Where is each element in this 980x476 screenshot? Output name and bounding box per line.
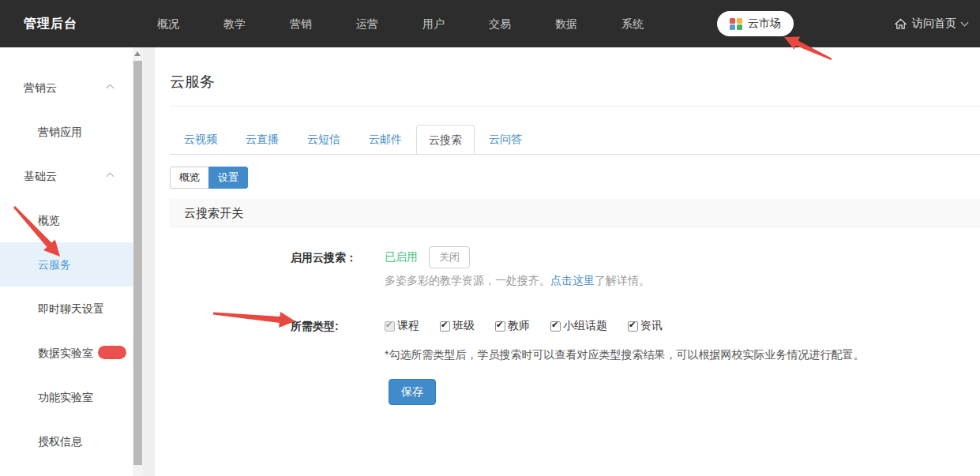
sidebar-item-label: 功能实验室 <box>38 391 93 403</box>
settings-toggle-button[interactable]: 设置 <box>208 167 248 189</box>
sidebar-item-overview[interactable]: 概览 <box>0 198 133 242</box>
checkbox-box: ✔ <box>550 321 561 332</box>
sidebar-item-marketing-apps[interactable]: 营销应用 <box>0 110 133 154</box>
sidebar: 营销云 营销应用 基础云 概览 云服务 即时聊天设置 数据实验室 功能实验室 授… <box>0 47 133 476</box>
nav-item-teaching[interactable]: 教学 <box>201 0 268 47</box>
top-navigation: 概况 教学 营销 运营 用户 交易 数据 系统 <box>135 0 666 47</box>
cloud-market-button[interactable]: 云市场 <box>717 11 794 36</box>
nav-item-operations[interactable]: 运营 <box>334 0 400 47</box>
tab-cloud-sms[interactable]: 云短信 <box>293 125 355 154</box>
tab-cloud-search[interactable]: 云搜索 <box>416 125 475 154</box>
sidebar-group-label: 营销云 <box>24 66 57 110</box>
sidebar-item-label: 即时聊天设置 <box>38 302 104 315</box>
page-title: 云服务 <box>170 47 980 92</box>
checkbox-label: 教师 <box>508 319 530 333</box>
checkbox-label: 资讯 <box>640 319 663 333</box>
sidebar-item-label: 概览 <box>38 214 60 227</box>
enable-search-row: 启用云搜索： 已启用 关闭 多姿多彩的教学资源，一处搜齐。点击这里了解详情。 <box>170 246 980 288</box>
visit-homepage-link[interactable]: 访问首页 <box>895 0 967 47</box>
checkmark-icon: ✔ <box>441 320 448 330</box>
new-badge <box>98 346 126 359</box>
enable-search-label: 启用云搜索： <box>291 246 385 268</box>
checkbox-box: ✔ <box>385 321 395 332</box>
disable-search-button[interactable]: 关闭 <box>429 246 470 268</box>
checkbox-label: 班级 <box>452 319 475 333</box>
chevron-up-icon <box>107 173 115 181</box>
chevron-down-icon <box>961 18 969 26</box>
service-tabs: 云视频 云直播 云短信 云邮件 云搜索 云问答 <box>170 125 980 155</box>
sidebar-item-feature-lab[interactable]: 功能实验室 <box>0 375 133 419</box>
description-tail: 了解详情。 <box>595 274 650 287</box>
required-types-row: 所需类型: ✔ 课程 ✔ 班级 ✔ 教师 ✔ <box>170 315 980 362</box>
checkbox-box: ✔ <box>495 321 505 332</box>
main-content: 云服务 云视频 云直播 云短信 云邮件 云搜索 云问答 概览 设置 云搜索开关 … <box>155 47 980 476</box>
section-title: 云搜索开关 <box>170 199 980 227</box>
chevron-up-icon <box>107 84 115 92</box>
description-text: 多姿多彩的教学资源，一处搜齐。 <box>385 274 550 287</box>
checkmark-icon: ✔ <box>385 320 392 330</box>
tab-cloud-email[interactable]: 云邮件 <box>355 125 416 154</box>
overview-toggle-button[interactable]: 概览 <box>170 167 209 189</box>
sidebar-scrollbar <box>133 47 143 476</box>
checkbox-box: ✔ <box>628 321 638 332</box>
search-description: 多姿多彩的教学资源，一处搜齐。点击这里了解详情。 <box>385 274 980 288</box>
details-link[interactable]: 点击这里 <box>550 274 595 287</box>
tab-cloud-video[interactable]: 云视频 <box>170 125 231 154</box>
scroll-up-icon[interactable] <box>134 51 141 56</box>
nav-item-overview[interactable]: 概况 <box>135 0 201 47</box>
checkbox-box: ✔ <box>440 321 450 332</box>
sidebar-item-instant-chat-settings[interactable]: 即时聊天设置 <box>0 287 133 331</box>
sidebar-item-label: 营销应用 <box>38 126 82 138</box>
nav-item-users[interactable]: 用户 <box>400 0 467 47</box>
status-enabled-text: 已启用 <box>385 250 418 264</box>
types-note: *勾选所需类型后，学员搜索时可以查看对应类型搜索结果，可以根据网校实际业务情况进… <box>385 348 980 362</box>
sidebar-group-label: 基础云 <box>24 154 57 198</box>
sidebar-item-cloud-services[interactable]: 云服务 <box>0 242 133 287</box>
checkbox-label: 课程 <box>397 319 419 333</box>
sidebar-item-data-lab[interactable]: 数据实验室 <box>0 331 133 375</box>
cloud-market-label: 云市场 <box>748 17 781 31</box>
tab-cloud-live[interactable]: 云直播 <box>231 125 293 154</box>
checkbox-teacher[interactable]: ✔ 教师 <box>495 319 530 333</box>
nav-item-system[interactable]: 系统 <box>599 0 666 47</box>
divider <box>170 106 980 107</box>
save-button[interactable]: 保存 <box>389 379 436 405</box>
nav-item-data[interactable]: 数据 <box>533 0 599 47</box>
sidebar-item-license-info[interactable]: 授权信息 <box>0 419 133 463</box>
checkmark-icon: ✔ <box>551 320 558 330</box>
sidebar-group-marketing-cloud[interactable]: 营销云 <box>0 66 133 110</box>
checkmark-icon: ✔ <box>629 320 636 330</box>
sidebar-group-basic-cloud[interactable]: 基础云 <box>0 154 133 198</box>
scrollbar-thumb[interactable] <box>133 61 142 465</box>
checkbox-course[interactable]: ✔ 课程 <box>385 319 419 333</box>
topbar: 管理后台 概况 教学 营销 运营 用户 交易 数据 系统 云市场 访问首页 <box>0 0 980 47</box>
sidebar-item-label: 云服务 <box>38 258 71 271</box>
sidebar-item-label: 授权信息 <box>38 435 82 448</box>
checkbox-label: 小组话题 <box>563 319 607 333</box>
type-checkbox-group: ✔ 课程 ✔ 班级 ✔ 教师 ✔ 小组话题 <box>385 318 980 334</box>
checkbox-news[interactable]: ✔ 资讯 <box>628 319 663 333</box>
home-icon <box>895 18 907 30</box>
required-types-label: 所需类型: <box>291 315 385 337</box>
app-title: 管理后台 <box>24 16 77 32</box>
market-grid-icon <box>730 18 742 30</box>
nav-item-transactions[interactable]: 交易 <box>467 0 533 47</box>
visit-homepage-label: 访问首页 <box>912 17 956 31</box>
checkmark-icon: ✔ <box>496 320 503 330</box>
sidebar-item-label: 数据实验室 <box>38 347 93 359</box>
tab-cloud-qa[interactable]: 云问答 <box>475 125 536 154</box>
checkbox-group-topic[interactable]: ✔ 小组话题 <box>550 319 607 333</box>
checkbox-class[interactable]: ✔ 班级 <box>440 319 475 333</box>
nav-item-marketing[interactable]: 营销 <box>268 0 334 47</box>
view-toggle-group: 概览 设置 <box>170 167 248 189</box>
